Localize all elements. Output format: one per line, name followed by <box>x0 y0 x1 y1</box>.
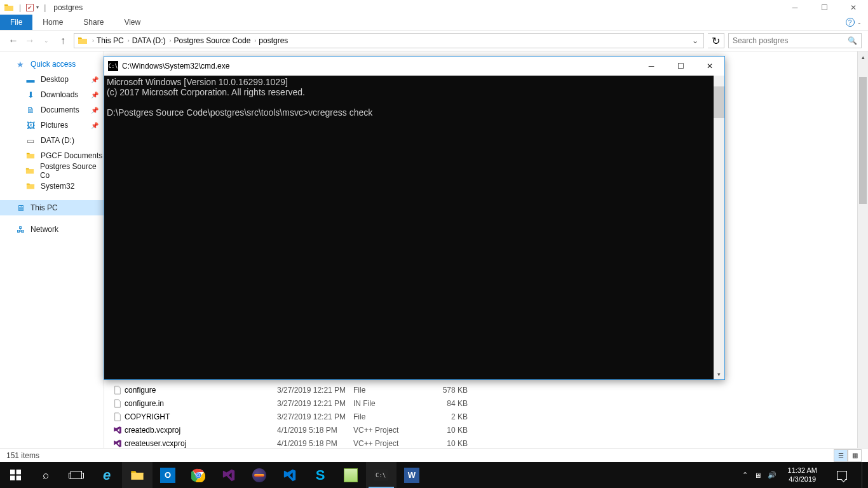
sidebar-item-downloads[interactable]: ⬇Downloads📌 <box>0 87 104 102</box>
minimize-button[interactable]: ─ <box>780 0 810 15</box>
crumb-postgres[interactable]: postgres <box>259 36 288 45</box>
ribbon-tab-share[interactable]: Share <box>73 15 114 30</box>
ribbon-help-button[interactable]: ?⌄ <box>839 15 868 30</box>
file-date: 3/27/2019 12:21 PM <box>277 399 353 408</box>
pin-icon: 📌 <box>91 107 98 114</box>
taskbar-explorer[interactable] <box>122 462 153 488</box>
taskbar-eclipse[interactable] <box>244 462 275 488</box>
search-input[interactable]: 🔍 <box>728 33 862 48</box>
file-size: 10 KB <box>430 426 468 435</box>
maximize-button[interactable]: ☐ <box>810 0 839 15</box>
sidebar-item-data[interactable]: ▭DATA (D:) <box>0 133 104 148</box>
sidebar-item-pgcf[interactable]: PGCF Documents <box>0 148 104 163</box>
show-desktop-button[interactable] <box>862 462 865 488</box>
taskbar-chrome[interactable] <box>183 462 214 488</box>
search-button[interactable]: ⌕ <box>31 462 61 488</box>
pin-icon: 📌 <box>91 122 98 129</box>
cmd-close-button[interactable]: ✕ <box>695 57 724 76</box>
taskbar-ie[interactable]: e <box>92 462 122 488</box>
breadcrumb[interactable]: › This PC› DATA (D:)› Postgres Source Co… <box>74 33 704 48</box>
file-name: configure.in <box>125 399 277 408</box>
ribbon-tab-home[interactable]: Home <box>32 15 73 30</box>
file-icon <box>111 412 125 421</box>
file-type: File <box>353 386 430 395</box>
tray-notifications-button[interactable] <box>829 471 855 480</box>
sidebar-item-system32[interactable]: System32 <box>0 179 104 194</box>
sidebar-item-postgres-source[interactable]: Postgres Source Co <box>0 163 104 179</box>
sidebar-network[interactable]: 🖧Network <box>0 222 104 237</box>
file-type: File <box>353 412 430 421</box>
file-icon <box>111 426 125 435</box>
file-row[interactable]: createdb.vcxproj4/1/2019 5:18 PMVC++ Pro… <box>111 423 868 437</box>
cmd-titlebar[interactable]: C:\ C:\Windows\System32\cmd.exe ─ ☐ ✕ <box>104 57 724 76</box>
desktop-icon: ▬ <box>25 74 36 85</box>
file-type: IN File <box>353 399 430 408</box>
window-titlebar: | ✔ ▾ | postgres ─ ☐ ✕ <box>0 0 868 15</box>
taskview-button[interactable] <box>61 462 92 488</box>
taskbar-visualstudio[interactable] <box>214 462 244 488</box>
crumb-thispc[interactable]: This PC› <box>97 36 130 45</box>
address-dropdown-icon[interactable]: ⌄ <box>692 36 701 45</box>
ribbon-tab-file[interactable]: File <box>0 15 32 30</box>
cmd-body[interactable]: Microsoft Windows [Version 10.0.16299.10… <box>104 76 724 379</box>
status-bar: 151 items ☰ ▦ <box>0 448 868 462</box>
tray-clock[interactable]: 11:32 AM 4/3/2019 <box>783 466 822 483</box>
network-icon: 🖧 <box>15 224 25 234</box>
start-button[interactable] <box>0 462 31 488</box>
taskbar-cmd[interactable]: C:\ <box>366 462 397 488</box>
crumb-data[interactable]: DATA (D:)› <box>132 36 172 45</box>
file-row[interactable]: COPYRIGHT3/27/2019 12:21 PMFile2 KB <box>111 410 868 423</box>
nav-up-button[interactable]: ↑ <box>56 34 70 48</box>
tray-chevron-icon[interactable]: ⌃ <box>742 471 748 479</box>
taskbar-skype[interactable]: S <box>305 462 336 488</box>
taskbar-outlook[interactable]: O <box>153 462 183 488</box>
tray-volume-icon[interactable]: 🔊 <box>768 471 776 479</box>
qat-checkbox-icon[interactable]: ✔ <box>26 4 34 11</box>
file-date: 4/1/2019 5:18 PM <box>277 439 353 448</box>
tray-network-icon[interactable]: 🖥 <box>754 471 761 479</box>
sidebar-thispc[interactable]: 🖥This PC <box>0 200 104 215</box>
cmd-maximize-button[interactable]: ☐ <box>666 57 695 76</box>
cmd-title-text: C:\Windows\System32\cmd.exe <box>122 62 229 71</box>
sidebar-item-pictures[interactable]: 🖼Pictures📌 <box>0 118 104 133</box>
search-icon: 🔍 <box>848 36 857 45</box>
folder-icon <box>4 3 14 13</box>
icons-view-button[interactable]: ▦ <box>848 449 862 462</box>
file-row[interactable]: configure3/27/2019 12:21 PMFile578 KB <box>111 383 868 396</box>
taskbar-vscode[interactable] <box>275 462 305 488</box>
file-scrollbar[interactable]: ▴ ▾ <box>857 51 868 462</box>
taskbar-notepadpp[interactable] <box>336 462 366 488</box>
refresh-button[interactable]: ↻ <box>708 33 724 48</box>
file-name: configure <box>125 386 277 395</box>
folder-icon <box>77 35 88 46</box>
cmd-minimize-button[interactable]: ─ <box>637 57 666 76</box>
svg-rect-3 <box>16 476 20 480</box>
sidebar-quickaccess[interactable]: ★ Quick access <box>0 57 104 72</box>
address-bar: ← → ⌄ ↑ › This PC› DATA (D:)› Postgres S… <box>0 30 868 51</box>
file-date: 3/27/2019 12:21 PM <box>277 412 353 421</box>
crumb-source[interactable]: Postgres Source Code› <box>174 36 257 45</box>
file-row[interactable]: configure.in3/27/2019 12:21 PMIN File84 … <box>111 396 868 410</box>
file-date: 4/1/2019 5:18 PM <box>277 426 353 435</box>
file-name: COPYRIGHT <box>125 412 277 421</box>
cmd-scrollbar[interactable]: ▴ ▾ <box>714 76 724 379</box>
svg-point-8 <box>197 473 200 476</box>
sidebar-item-documents[interactable]: 🗎Documents📌 <box>0 102 104 118</box>
nav-recent-button[interactable]: ⌄ <box>39 34 53 48</box>
taskbar-word[interactable]: W <box>397 462 427 488</box>
item-count: 151 items <box>6 451 39 460</box>
star-icon: ★ <box>15 59 25 69</box>
file-size: 2 KB <box>430 412 468 421</box>
nav-forward-button[interactable]: → <box>23 34 37 48</box>
nav-back-button[interactable]: ← <box>6 34 20 48</box>
details-view-button[interactable]: ☰ <box>834 449 848 462</box>
sidebar-item-desktop[interactable]: ▬Desktop📌 <box>0 72 104 87</box>
folder-icon <box>25 151 36 161</box>
qat-dropdown-icon[interactable]: ▾ <box>36 4 39 10</box>
pin-icon: 📌 <box>91 76 98 83</box>
ribbon-tab-view[interactable]: View <box>114 15 151 30</box>
window-title: postgres <box>53 3 83 12</box>
file-size: 10 KB <box>430 439 468 448</box>
close-button[interactable]: ✕ <box>839 0 868 15</box>
scrollbar-thumb[interactable] <box>859 77 867 204</box>
